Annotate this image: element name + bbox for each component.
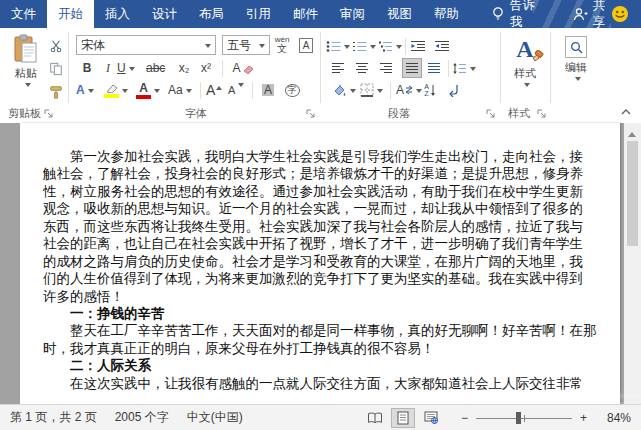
tell-me-button[interactable]: 告诉我 — [486, 0, 540, 28]
doc-heading[interactable]: 一：挣钱的辛苦 — [43, 305, 606, 322]
tab-help[interactable]: 帮助 — [423, 0, 470, 28]
align-left-button[interactable] — [330, 58, 346, 78]
font-size-combobox[interactable]: 五号 — [222, 35, 270, 55]
doc-line[interactable]: 观念，吸收新的思想与知识。近一个月的社会实践，一晃而过，却让我从中领悟到了很多的 — [43, 200, 606, 217]
web-layout-button[interactable] — [419, 408, 443, 428]
doc-line[interactable]: 的成材之路与肩负的历史使命。社会才是学习和受教育的大课堂，在那片广阔的天地里，我 — [43, 253, 606, 270]
line-spacing-button[interactable] — [452, 58, 476, 78]
clipboard-dialog-launcher[interactable] — [44, 109, 54, 119]
tab-design[interactable]: 设计 — [141, 0, 188, 28]
bullet-list-button[interactable] — [326, 36, 350, 56]
superscript-button[interactable]: x² — [198, 58, 214, 78]
doc-heading[interactable]: 二：人际关系 — [43, 357, 606, 374]
page-number-status[interactable]: 第 1 页，共 2 页 — [10, 409, 97, 426]
paste-button[interactable]: 粘贴 — [5, 34, 47, 88]
chevron-down-icon — [344, 45, 350, 52]
tab-references[interactable]: 引用 — [235, 0, 282, 28]
change-case-button[interactable]: Aa — [168, 80, 192, 100]
tab-home[interactable]: 开始 — [47, 0, 94, 28]
increase-indent-button[interactable] — [434, 36, 450, 56]
shading-button[interactable] — [332, 80, 356, 100]
justify-button[interactable] — [402, 58, 422, 78]
tab-mailings[interactable]: 邮件 — [282, 0, 329, 28]
tab-view[interactable]: 视图 — [376, 0, 423, 28]
chevron-down-icon — [524, 83, 530, 90]
zoom-slider[interactable] — [476, 412, 572, 424]
decrease-indent-button[interactable] — [410, 36, 426, 56]
chevron-down-icon — [88, 89, 94, 96]
asian-layout-button[interactable]: A — [396, 80, 422, 100]
doc-line[interactable]: 触社会，了解社会，投身社会的良好形式；是培养锻炼才干的好渠道；是提升思想，修身养 — [43, 165, 606, 182]
font-dialog-launcher[interactable] — [306, 109, 316, 119]
doc-line[interactable]: 许多的感悟！ — [43, 288, 606, 305]
doc-line[interactable]: 社会的距离，也让自己在社会实践中开拓了视野，增长了才干，进一步明确了我们青年学生 — [43, 235, 606, 252]
word-count-status[interactable]: 2005 个字 — [115, 409, 169, 426]
tab-layout[interactable]: 布局 — [188, 0, 235, 28]
feedback-smiley-button[interactable] — [611, 0, 629, 28]
tab-file[interactable]: 文件 — [0, 0, 47, 28]
align-right-button[interactable] — [378, 58, 394, 78]
distribute-icon — [427, 62, 441, 74]
phonetic-guide-button[interactable]: wén 文 — [274, 35, 290, 55]
print-layout-button[interactable] — [391, 408, 415, 428]
font-color-button[interactable]: A — [136, 80, 160, 100]
subscript-label: x₂ — [179, 62, 190, 74]
paragraph-dialog-launcher[interactable] — [486, 109, 496, 119]
character-border-button[interactable]: A — [298, 35, 314, 55]
collapse-ribbon-icon — [621, 109, 631, 115]
web-layout-icon — [424, 411, 438, 424]
text-effects-button[interactable]: A — [76, 80, 94, 100]
tab-review[interactable]: 审阅 — [329, 0, 376, 28]
document-text: 第一次参加社会实践，我明白大学生社会实践是引导我们学生走出校门，走向社会，接 触… — [43, 148, 606, 392]
scroll-up-arrow-icon[interactable] — [628, 128, 636, 137]
sort-button[interactable]: A Z — [422, 80, 438, 100]
status-bar: 第 1 页，共 2 页 2005 个字 中文(中国) − + 84% — [0, 404, 641, 430]
tab-insert[interactable]: 插入 — [94, 0, 141, 28]
text-highlight-button[interactable] — [104, 80, 128, 100]
share-button[interactable]: 共享 — [568, 0, 612, 28]
format-painter-button[interactable] — [48, 82, 64, 102]
bullet-list-icon — [326, 40, 341, 53]
numbered-list-button[interactable] — [352, 36, 376, 56]
zoom-control: − + 84% — [461, 411, 631, 425]
enclose-characters-button[interactable]: 字 — [284, 80, 300, 100]
collapse-ribbon-button[interactable] — [618, 102, 634, 122]
doc-line[interactable]: 第一次参加社会实践，我明白大学生社会实践是引导我们学生走出校门，走向社会，接 — [43, 148, 606, 165]
chevron-down-icon — [470, 67, 476, 74]
character-shading-button[interactable]: A — [260, 80, 276, 100]
doc-line[interactable]: 时，我才真真正正的明白，原来父母在外打工挣钱真的很不容易！ — [43, 340, 606, 357]
vertical-scrollbar[interactable] — [624, 123, 641, 404]
show-hide-marks-button[interactable] — [446, 80, 462, 100]
doc-line[interactable]: 性，树立服务社会的思想的有效途径。通过参加社会实践活动，有助于我们在校中学生更新 — [43, 183, 606, 200]
editing-button[interactable]: 编辑 — [556, 36, 596, 82]
subscript-button[interactable]: x₂ — [176, 58, 192, 78]
clear-formatting-button[interactable]: A — [230, 58, 256, 78]
doc-line[interactable]: 们的人生价值得到了体现，为将来更加激烈的竞争打下了更为坚实的基础。我在实践中得到 — [43, 270, 606, 287]
styles-dialog-launcher[interactable] — [537, 109, 547, 119]
italic-button[interactable]: I — [100, 58, 116, 78]
doc-line[interactable]: 东西，而这些东西将让我终生受用。社会实践加深了我与社会各阶层人的感情，拉近了我与 — [43, 218, 606, 235]
strikethrough-button[interactable]: abc — [146, 58, 165, 78]
shrink-font-button[interactable]: A — [228, 80, 244, 100]
zoom-out-button[interactable]: − — [461, 411, 468, 425]
cut-button[interactable] — [48, 36, 64, 56]
zoom-slider-thumb[interactable] — [516, 412, 521, 424]
copy-button[interactable] — [48, 59, 64, 79]
language-status[interactable]: 中文(中国) — [187, 409, 243, 426]
bold-button[interactable]: B — [78, 58, 96, 78]
underline-button[interactable]: U — [117, 58, 135, 78]
styles-button[interactable]: A 样式 — [504, 34, 546, 88]
doc-line[interactable]: 在这次实践中，让我很有感触的一点就人际交往方面，大家都知道社会上人际交往非常 — [43, 375, 606, 392]
zoom-level[interactable]: 84% — [595, 411, 631, 425]
grow-font-button[interactable]: A — [206, 80, 222, 100]
zoom-in-button[interactable]: + — [580, 411, 587, 425]
font-name-combobox[interactable]: 宋体 — [76, 35, 216, 55]
scrollbar-thumb[interactable] — [627, 141, 638, 246]
borders-button[interactable] — [360, 80, 383, 100]
read-mode-button[interactable] — [363, 408, 387, 428]
align-center-button[interactable] — [354, 58, 370, 78]
distribute-button[interactable] — [426, 58, 442, 78]
multilevel-list-button[interactable] — [378, 36, 402, 56]
doc-line[interactable]: 整天在工厂辛辛苦苦工作，天天面对的都是同一样事物，真的好无聊啊！好辛苦啊！在那 — [43, 322, 606, 339]
document-page[interactable]: 第一次参加社会实践，我明白大学生社会实践是引导我们学生走出校门，走向社会，接 触… — [20, 123, 620, 404]
